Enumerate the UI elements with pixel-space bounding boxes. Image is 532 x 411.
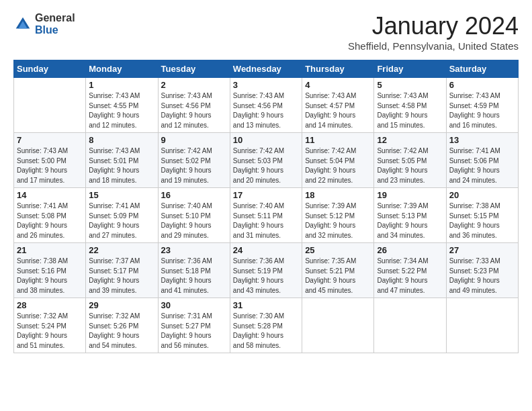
day-cell: 31Sunrise: 7:30 AMSunset: 5:28 PMDayligh… [230, 298, 302, 353]
day-info: Sunrise: 7:33 AMSunset: 5:23 PMDaylight:… [449, 257, 515, 295]
header-tuesday: Tuesday [158, 60, 230, 78]
day-info: Sunrise: 7:41 AMSunset: 5:09 PMDaylight:… [89, 201, 154, 240]
day-info: Sunrise: 7:38 AMSunset: 5:15 PMDaylight:… [449, 201, 515, 240]
day-cell: 16Sunrise: 7:40 AMSunset: 5:10 PMDayligh… [158, 188, 230, 243]
day-cell: 7Sunrise: 7:43 AMSunset: 5:00 PMDaylight… [14, 133, 86, 188]
day-info: Sunrise: 7:41 AMSunset: 5:06 PMDaylight:… [449, 146, 515, 185]
day-info: Sunrise: 7:31 AMSunset: 5:27 PMDaylight:… [161, 312, 227, 351]
header-row: Sunday Monday Tuesday Wednesday Thursday… [14, 60, 519, 78]
day-info: Sunrise: 7:40 AMSunset: 5:10 PMDaylight:… [161, 201, 227, 240]
day-info: Sunrise: 7:30 AMSunset: 5:28 PMDaylight:… [233, 312, 299, 351]
day-number: 22 [89, 245, 154, 255]
header-friday: Friday [374, 60, 446, 78]
day-number: 26 [377, 245, 443, 255]
day-number: 5 [377, 80, 443, 90]
day-cell: 10Sunrise: 7:42 AMSunset: 5:03 PMDayligh… [230, 133, 302, 188]
day-cell: 6Sunrise: 7:43 AMSunset: 4:59 PMDaylight… [446, 78, 518, 133]
day-cell [14, 78, 86, 133]
day-cell: 2Sunrise: 7:43 AMSunset: 4:56 PMDaylight… [158, 78, 230, 133]
week-row-2: 7Sunrise: 7:43 AMSunset: 5:00 PMDaylight… [14, 133, 519, 188]
day-cell: 3Sunrise: 7:43 AMSunset: 4:56 PMDaylight… [230, 78, 302, 133]
day-info: Sunrise: 7:36 AMSunset: 5:19 PMDaylight:… [233, 257, 299, 295]
day-cell: 23Sunrise: 7:36 AMSunset: 5:18 PMDayligh… [158, 243, 230, 298]
day-info: Sunrise: 7:43 AMSunset: 4:57 PMDaylight:… [305, 91, 371, 130]
day-number: 19 [377, 190, 443, 200]
calendar-header: Sunday Monday Tuesday Wednesday Thursday… [14, 60, 519, 78]
day-cell: 8Sunrise: 7:43 AMSunset: 5:01 PMDaylight… [86, 133, 158, 188]
day-number: 17 [233, 190, 299, 200]
day-cell: 5Sunrise: 7:43 AMSunset: 4:58 PMDaylight… [374, 78, 446, 133]
day-cell: 30Sunrise: 7:31 AMSunset: 5:27 PMDayligh… [158, 298, 230, 353]
header-saturday: Saturday [446, 60, 518, 78]
title-block: January 2024 Sheffield, Pennsylvania, Un… [348, 12, 519, 52]
day-info: Sunrise: 7:43 AMSunset: 4:56 PMDaylight:… [233, 91, 299, 130]
calendar-body: 1Sunrise: 7:43 AMSunset: 4:55 PMDaylight… [14, 78, 519, 353]
day-cell: 13Sunrise: 7:41 AMSunset: 5:06 PMDayligh… [446, 133, 518, 188]
calendar-title: January 2024 [348, 12, 519, 40]
day-number: 18 [305, 190, 371, 200]
week-row-5: 28Sunrise: 7:32 AMSunset: 5:24 PMDayligh… [14, 298, 519, 353]
day-number: 31 [233, 300, 299, 310]
calendar-table: Sunday Monday Tuesday Wednesday Thursday… [13, 60, 519, 353]
day-cell [302, 298, 374, 353]
day-number: 7 [17, 135, 83, 145]
logo-general: General [35, 12, 75, 24]
week-row-4: 21Sunrise: 7:38 AMSunset: 5:16 PMDayligh… [14, 243, 519, 298]
calendar-subtitle: Sheffield, Pennsylvania, United States [348, 40, 519, 52]
day-number: 29 [89, 300, 154, 310]
day-number: 16 [161, 190, 227, 200]
day-cell: 29Sunrise: 7:32 AMSunset: 5:26 PMDayligh… [86, 298, 158, 353]
day-number: 24 [233, 245, 299, 255]
day-cell: 18Sunrise: 7:39 AMSunset: 5:12 PMDayligh… [302, 188, 374, 243]
logo-blue: Blue [35, 24, 75, 36]
day-number: 15 [89, 190, 154, 200]
day-info: Sunrise: 7:42 AMSunset: 5:04 PMDaylight:… [305, 146, 371, 185]
day-number: 27 [449, 245, 515, 255]
header-wednesday: Wednesday [230, 60, 302, 78]
day-cell: 19Sunrise: 7:39 AMSunset: 5:13 PMDayligh… [374, 188, 446, 243]
day-number: 12 [377, 135, 443, 145]
day-number: 3 [233, 80, 299, 90]
day-number: 21 [17, 245, 83, 255]
day-cell: 9Sunrise: 7:42 AMSunset: 5:02 PMDaylight… [158, 133, 230, 188]
day-number: 10 [233, 135, 299, 145]
day-info: Sunrise: 7:35 AMSunset: 5:21 PMDaylight:… [305, 257, 371, 295]
day-number: 14 [17, 190, 83, 200]
day-info: Sunrise: 7:43 AMSunset: 4:56 PMDaylight:… [161, 91, 227, 130]
day-cell: 15Sunrise: 7:41 AMSunset: 5:09 PMDayligh… [86, 188, 158, 243]
header-monday: Monday [86, 60, 158, 78]
day-cell: 25Sunrise: 7:35 AMSunset: 5:21 PMDayligh… [302, 243, 374, 298]
day-info: Sunrise: 7:42 AMSunset: 5:03 PMDaylight:… [233, 146, 299, 185]
day-number: 13 [449, 135, 515, 145]
day-info: Sunrise: 7:43 AMSunset: 4:58 PMDaylight:… [377, 91, 443, 130]
day-cell: 14Sunrise: 7:41 AMSunset: 5:08 PMDayligh… [14, 188, 86, 243]
day-info: Sunrise: 7:43 AMSunset: 5:01 PMDaylight:… [89, 146, 154, 185]
day-cell: 20Sunrise: 7:38 AMSunset: 5:15 PMDayligh… [446, 188, 518, 243]
day-number: 20 [449, 190, 515, 200]
header-thursday: Thursday [302, 60, 374, 78]
day-cell: 28Sunrise: 7:32 AMSunset: 5:24 PMDayligh… [14, 298, 86, 353]
week-row-3: 14Sunrise: 7:41 AMSunset: 5:08 PMDayligh… [14, 188, 519, 243]
day-info: Sunrise: 7:39 AMSunset: 5:12 PMDaylight:… [305, 201, 371, 240]
day-cell: 26Sunrise: 7:34 AMSunset: 5:22 PMDayligh… [374, 243, 446, 298]
day-number: 9 [161, 135, 227, 145]
day-cell: 12Sunrise: 7:42 AMSunset: 5:05 PMDayligh… [374, 133, 446, 188]
day-info: Sunrise: 7:40 AMSunset: 5:11 PMDaylight:… [233, 201, 299, 240]
day-number: 23 [161, 245, 227, 255]
day-cell: 1Sunrise: 7:43 AMSunset: 4:55 PMDaylight… [86, 78, 158, 133]
day-number: 8 [89, 135, 154, 145]
day-cell: 4Sunrise: 7:43 AMSunset: 4:57 PMDaylight… [302, 78, 374, 133]
day-info: Sunrise: 7:42 AMSunset: 5:02 PMDaylight:… [161, 146, 227, 185]
day-number: 11 [305, 135, 371, 145]
day-number: 30 [161, 300, 227, 310]
header: General Blue January 2024 Sheffield, Pen… [13, 12, 519, 52]
day-info: Sunrise: 7:34 AMSunset: 5:22 PMDaylight:… [377, 257, 443, 295]
day-info: Sunrise: 7:43 AMSunset: 4:55 PMDaylight:… [89, 91, 154, 130]
day-info: Sunrise: 7:32 AMSunset: 5:24 PMDaylight:… [17, 312, 83, 351]
day-info: Sunrise: 7:38 AMSunset: 5:16 PMDaylight:… [17, 257, 83, 295]
day-number: 2 [161, 80, 227, 90]
day-cell: 11Sunrise: 7:42 AMSunset: 5:04 PMDayligh… [302, 133, 374, 188]
day-info: Sunrise: 7:43 AMSunset: 5:00 PMDaylight:… [17, 146, 83, 185]
day-number: 25 [305, 245, 371, 255]
day-info: Sunrise: 7:32 AMSunset: 5:26 PMDaylight:… [89, 312, 154, 351]
